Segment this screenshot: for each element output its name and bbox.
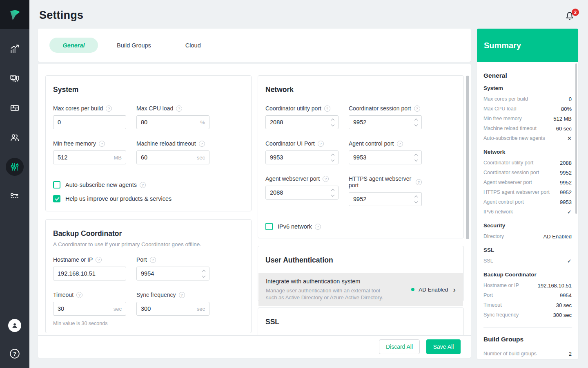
help-icon[interactable]: ? [414, 105, 420, 112]
summary-row: Port9954 [483, 290, 572, 300]
number-stepper[interactable] [415, 119, 417, 126]
summary-row: DirectoryAD Enabled [483, 231, 572, 241]
sidebar: ? [0, 0, 29, 368]
sidebar-item-analytics[interactable] [0, 34, 29, 64]
summary-row: Max cores per build0 [483, 94, 572, 104]
sync-frequency-input[interactable] [141, 305, 194, 312]
sidebar-item-settings[interactable] [0, 152, 29, 182]
help-icon[interactable]: ? [96, 257, 102, 263]
field-coordinator-ui-port: Coordinator UI Port? [265, 140, 339, 164]
improve-products-checkbox[interactable] [53, 195, 60, 202]
help-icon[interactable]: ? [199, 141, 205, 147]
number-stepper[interactable] [415, 154, 417, 161]
help-icon[interactable]: ? [176, 105, 182, 112]
reload-timeout-input-box: sec [136, 150, 209, 164]
help-icon[interactable]: ? [315, 224, 321, 230]
summary-row: Machine reload timeout60 sec [483, 123, 572, 133]
field-backup-port: Port? [136, 256, 209, 280]
help-icon[interactable]: ? [140, 182, 146, 188]
network-card-title: Network [265, 85, 456, 94]
utility-port-input[interactable] [270, 119, 329, 126]
summary-row: Auto-subscribe new agents✕ [483, 133, 572, 143]
field-coordinator-session-port: Coordinator session port? [349, 105, 422, 129]
ipv6-row: IPv6 network? [265, 223, 456, 230]
help-button[interactable]: ? [9, 348, 20, 359]
agent-webserver-port-input[interactable] [270, 189, 329, 196]
agent-control-port-input[interactable] [353, 154, 412, 161]
sidebar-item-agents[interactable] [0, 64, 29, 93]
number-stepper[interactable] [203, 270, 205, 277]
number-stepper[interactable] [332, 154, 334, 161]
help-icon[interactable]: ? [416, 179, 422, 185]
field-min-free-memory: Min free memory? MB [53, 140, 126, 164]
hostname-input-box [53, 267, 126, 280]
field-label: Max cores per build [53, 105, 103, 112]
help-icon[interactable]: ? [106, 105, 112, 112]
ui-port-input[interactable] [270, 154, 329, 161]
agent-control-port-input-box [349, 150, 422, 164]
session-port-input-box [349, 115, 422, 129]
help-icon[interactable]: ? [150, 257, 156, 263]
field-timeout: Timeout? sec [53, 292, 126, 316]
timeout-input[interactable] [58, 305, 111, 312]
tab-cloud[interactable]: Cloud [181, 39, 205, 52]
footer-action-bar: Discard All Save All [38, 335, 471, 358]
summary-system-heading: System [483, 85, 572, 91]
number-stepper[interactable] [415, 196, 417, 203]
summary-row: SSL✓ [483, 256, 572, 266]
settings-sliders-icon [9, 162, 20, 172]
auto-subscribe-checkbox[interactable] [53, 181, 60, 188]
app-logo[interactable] [0, 0, 29, 29]
https-webserver-port-input-box [349, 192, 422, 206]
max-cores-input[interactable] [58, 119, 122, 126]
sidebar-item-users[interactable] [0, 123, 29, 152]
tab-general[interactable]: General [49, 38, 98, 53]
min-memory-input[interactable] [58, 154, 111, 161]
number-stepper[interactable] [332, 119, 334, 126]
field-label: Port [136, 256, 147, 263]
field-agent-webserver-port: Agent webserver port? [265, 175, 339, 206]
summary-divider [483, 327, 572, 328]
field-https-agent-webserver-port: HTTPS agent webserver port? [349, 175, 422, 206]
unit-label: sec [197, 155, 205, 161]
content-scrollbar[interactable] [466, 76, 469, 239]
summary-row: Min free memory512 MB [483, 114, 572, 123]
https-webserver-port-input[interactable] [353, 196, 412, 202]
user-avatar[interactable] [8, 319, 21, 332]
session-port-input[interactable] [353, 119, 412, 126]
notifications-button[interactable]: 2 [564, 11, 576, 23]
help-icon[interactable]: ? [397, 141, 403, 147]
max-cpu-input[interactable] [141, 119, 198, 126]
auth-row-title: Integrate with authentication system [266, 278, 406, 285]
help-icon[interactable]: ? [318, 141, 324, 147]
summary-row: Coordinator utility port2088 [483, 158, 572, 168]
field-label: Coordinator utility port [265, 105, 321, 112]
sidebar-item-build-groups[interactable] [0, 93, 29, 123]
min-memory-input-box: MB [53, 150, 126, 164]
active-item-ring [6, 158, 24, 176]
field-label: HTTPS agent webserver port [349, 175, 413, 188]
reload-timeout-input[interactable] [141, 154, 194, 161]
user-authentication-card: User Authentication Integrate with authe… [258, 246, 464, 301]
chevron-right-icon[interactable]: › [453, 285, 456, 294]
help-icon[interactable]: ? [179, 292, 185, 298]
number-stepper[interactable] [332, 189, 334, 196]
brand-logo-icon [7, 7, 22, 22]
ipv6-checkbox[interactable] [265, 223, 273, 230]
auth-integration-row[interactable]: Integrate with authentication system Man… [258, 273, 463, 306]
summary-row: Coordinator session port9952 [483, 168, 572, 177]
help-icon[interactable]: ? [76, 292, 82, 298]
help-icon[interactable]: ? [323, 176, 329, 182]
discard-all-button[interactable]: Discard All [379, 339, 420, 354]
tab-build-groups[interactable]: Build Groups [113, 39, 155, 52]
analytics-chart-icon [9, 44, 20, 54]
help-icon[interactable]: ? [324, 105, 330, 112]
backup-port-input[interactable] [141, 270, 200, 277]
summary-scrollbar[interactable] [575, 63, 577, 214]
summary-row: Agent control port9953 [483, 197, 572, 207]
sidebar-item-license[interactable] [0, 182, 29, 211]
help-icon[interactable]: ? [99, 141, 105, 147]
save-all-button[interactable]: Save All [426, 339, 461, 354]
system-card-title: System [53, 85, 244, 94]
hostname-input[interactable] [58, 270, 122, 277]
